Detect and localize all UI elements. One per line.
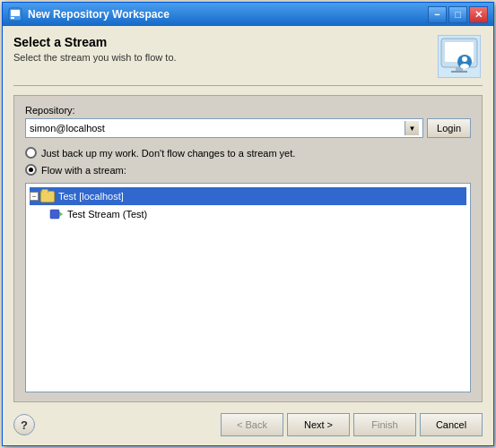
tree-expand-icon[interactable]: −: [30, 192, 39, 201]
finish-button[interactable]: Finish: [353, 413, 416, 436]
repository-select[interactable]: simon@localhost ▼: [25, 118, 423, 138]
radio-flow-label: Flow with a stream:: [41, 165, 126, 176]
header-illustration: [438, 35, 481, 78]
radio-flow-circle: [25, 164, 37, 176]
radio-backup-circle: [25, 147, 37, 159]
window-title: New Repository Workspace: [28, 8, 428, 21]
svg-rect-10: [50, 210, 59, 219]
radio-backup-option[interactable]: Just back up my work. Don't flow changes…: [25, 147, 471, 159]
header-separator: [13, 85, 483, 86]
svg-rect-2: [11, 17, 14, 19]
tree-root-item[interactable]: − Test [localhost]: [30, 187, 466, 205]
tree-child-container: Test Stream (Test): [49, 205, 466, 223]
header-icon: [436, 35, 483, 78]
stream-icon: [49, 207, 64, 221]
window-controls: − □ ✕: [428, 6, 488, 23]
tree-root-label: Test [localhost]: [57, 190, 126, 202]
svg-rect-6: [451, 71, 467, 73]
close-button[interactable]: ✕: [469, 6, 488, 23]
title-bar: New Repository Workspace − □ ✕: [3, 3, 493, 26]
svg-marker-11: [59, 211, 63, 217]
form-section: Repository: simon@localhost ▼ Login Just…: [13, 95, 483, 402]
radio-backup-label: Just back up my work. Don't flow changes…: [41, 148, 295, 159]
cancel-button[interactable]: Cancel: [420, 413, 483, 436]
minimize-button[interactable]: −: [428, 6, 447, 23]
svg-point-9: [460, 64, 469, 69]
window: New Repository Workspace − □ ✕ Select a …: [2, 2, 494, 446]
repo-label: Repository:: [25, 105, 471, 116]
window-icon: [8, 7, 22, 22]
svg-point-8: [462, 56, 467, 62]
dialog-content: Select a Stream Select the stream you wi…: [3, 26, 493, 445]
login-button[interactable]: Login: [427, 118, 471, 138]
repo-row: simon@localhost ▼ Login: [25, 118, 471, 138]
chevron-down-icon: ▼: [405, 121, 419, 135]
nav-buttons: < Back Next > Finish Cancel: [221, 413, 483, 436]
footer-section: ? < Back Next > Finish Cancel: [13, 406, 483, 436]
header-section: Select a Stream Select the stream you wi…: [13, 35, 483, 78]
back-button[interactable]: < Back: [221, 413, 283, 436]
next-button[interactable]: Next >: [287, 413, 350, 436]
folder-icon: [40, 189, 55, 203]
maximize-button[interactable]: □: [448, 6, 467, 23]
tree-child-item[interactable]: Test Stream (Test): [49, 205, 466, 223]
repo-select-value: simon@localhost: [30, 123, 405, 134]
header-title: Select a Stream: [13, 35, 427, 49]
help-button[interactable]: ?: [13, 414, 35, 435]
stream-tree[interactable]: − Test [localhost]: [25, 183, 471, 392]
header-subtitle: Select the stream you wish to flow to.: [13, 52, 427, 63]
tree-child-label: Test Stream (Test): [65, 208, 149, 220]
radio-flow-option[interactable]: Flow with a stream:: [25, 164, 471, 176]
svg-rect-1: [11, 10, 20, 16]
header-text: Select a Stream Select the stream you wi…: [13, 35, 427, 63]
